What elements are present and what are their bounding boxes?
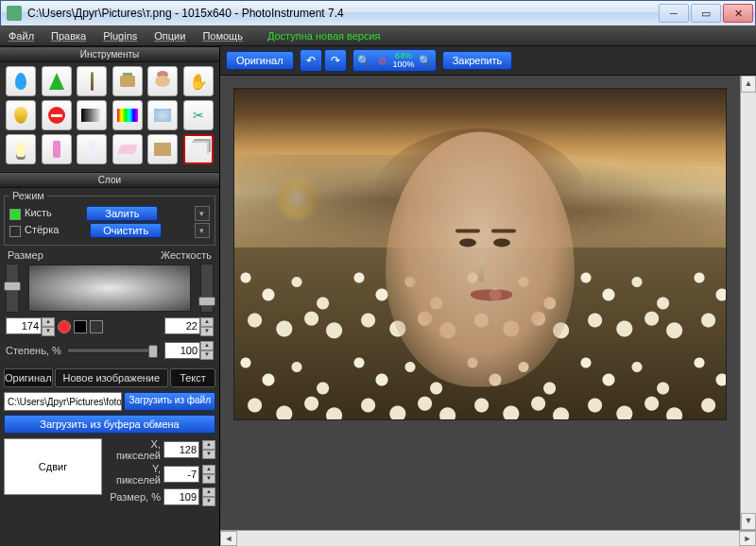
menu-help[interactable]: Помощь — [194, 30, 251, 42]
tool-cone[interactable] — [42, 66, 72, 96]
tool-shield[interactable] — [6, 100, 36, 130]
menu-options[interactable]: Опции — [146, 30, 194, 42]
tool-bottle[interactable] — [42, 134, 72, 164]
update-available-link[interactable]: Доступна новая версия — [259, 30, 389, 42]
tool-layers[interactable] — [183, 134, 214, 164]
mode-box: Режим Кисть Залить ▾ Стёрка Очистить ▾ — [4, 190, 215, 246]
tool-scissors[interactable]: ✂ — [183, 100, 214, 130]
y-spinner[interactable]: ▲▼ — [202, 465, 215, 484]
tool-cfl[interactable] — [77, 134, 107, 164]
hardness-spinner[interactable]: ▲▼ — [200, 317, 214, 336]
size-label: Размер — [8, 249, 43, 261]
reset-icon: ⊘ — [378, 55, 387, 67]
menu-file[interactable]: Файл — [0, 30, 43, 42]
clear-options-button[interactable]: ▾ — [195, 223, 210, 238]
size-spinner[interactable]: ▲▼ — [42, 317, 55, 336]
tab-text[interactable]: Текст — [170, 368, 215, 387]
x-spinner[interactable]: ▲▼ — [202, 440, 215, 459]
canvas-toolbar: Оригинал ↶ ↷ 🔍 ⊘ 64% 100% 🔍 Закрепить — [220, 46, 756, 76]
degree-value[interactable]: 100 — [164, 342, 200, 359]
window-titlebar: C:\Users\Друг\Pictures\т.png - 1015x640 … — [0, 0, 756, 26]
checkbox-icon — [9, 209, 21, 220]
brush-preview — [28, 264, 191, 312]
vertical-scrollbar[interactable]: ▲▼ — [740, 76, 756, 530]
tool-blur[interactable] — [147, 100, 178, 130]
undo-button[interactable]: ↶ — [300, 49, 322, 72]
fg-swatch[interactable] — [58, 320, 71, 333]
undo-icon: ↶ — [306, 54, 316, 67]
load-file-button[interactable]: Загрузить из файл — [124, 392, 215, 411]
close-button[interactable]: ✕ — [723, 4, 753, 23]
right-panel: Оригинал ↶ ↷ 🔍 ⊘ 64% 100% 🔍 Закрепить — [220, 46, 756, 546]
bg-swatch[interactable] — [74, 320, 87, 333]
zoom-in-button[interactable]: 🔍 — [417, 52, 434, 69]
zoom-out-button[interactable]: 🔍 — [355, 52, 372, 69]
zoom-out-icon: 🔍 — [357, 55, 370, 67]
size-slider[interactable] — [6, 264, 19, 313]
shift-button[interactable]: Сдвиг — [4, 438, 102, 495]
menu-bar: Файл Правка Plugins Опции Помощь Доступн… — [0, 26, 756, 46]
x-value[interactable]: 128 — [163, 441, 199, 458]
scissors-icon: ✂ — [193, 108, 204, 123]
zoom-readout: 64% 100% — [393, 52, 415, 69]
app-icon — [7, 6, 22, 21]
load-clipboard-button[interactable]: Загрузить из буфера обмена — [4, 415, 215, 434]
redo-button[interactable]: ↷ — [324, 49, 347, 72]
hand-icon: ✋ — [189, 73, 208, 91]
layers-panel-header: Слои — [0, 172, 219, 188]
pin-button[interactable]: Закрепить — [442, 51, 513, 70]
tool-package[interactable] — [147, 134, 178, 164]
tool-gradient-bw[interactable] — [77, 100, 107, 130]
hardness-slider[interactable] — [200, 264, 214, 313]
tool-bulb[interactable] — [6, 134, 36, 164]
size-pct-spinner[interactable]: ▲▼ — [202, 487, 215, 506]
tab-original[interactable]: Оригинал — [4, 368, 53, 387]
degree-label: Степень, % — [6, 345, 61, 356]
canvas-image — [234, 89, 726, 419]
tool-smudge[interactable] — [147, 66, 178, 96]
y-value[interactable]: -7 — [163, 466, 199, 483]
checkbox-icon — [9, 226, 21, 237]
tool-hand[interactable]: ✋ — [183, 66, 214, 96]
tool-gradient-rainbow[interactable] — [112, 100, 143, 130]
redo-icon: ↷ — [331, 54, 340, 67]
file-path-combo[interactable]: C:\Users\Друг\Pictures\foto na ▼ — [4, 392, 122, 411]
horizontal-scrollbar[interactable]: ◄► — [220, 530, 756, 546]
maximize-button[interactable]: ▭ — [691, 4, 721, 23]
window-title: C:\Users\Друг\Pictures\т.png - 1015x640 … — [27, 7, 344, 20]
menu-edit[interactable]: Правка — [43, 30, 94, 42]
left-panel: Инструменты ✋ ✂ — [0, 46, 220, 546]
swap-swatch-button[interactable] — [90, 320, 103, 333]
degree-spinner[interactable]: ▲▼ — [200, 341, 214, 360]
tool-eraser[interactable] — [112, 134, 143, 164]
canvas-viewport[interactable] — [220, 76, 740, 530]
fill-button[interactable]: Залить — [86, 206, 158, 221]
x-label: X, пикселей — [106, 438, 161, 461]
zoom-control: 🔍 ⊘ 64% 100% 🔍 — [352, 49, 437, 72]
hardness-value[interactable]: 22 — [164, 317, 200, 334]
tool-drop[interactable] — [6, 66, 36, 96]
mode-brush-option[interactable]: Кисть — [9, 207, 52, 219]
tool-stamp[interactable] — [112, 66, 143, 96]
menu-plugins[interactable]: Plugins — [94, 30, 146, 42]
tools-grid: ✋ ✂ — [0, 62, 219, 172]
minimize-button[interactable]: ─ — [659, 4, 689, 23]
tool-brush[interactable] — [77, 66, 107, 96]
size-value[interactable]: 174 — [6, 317, 42, 334]
size-pct-value[interactable]: 109 — [163, 488, 199, 505]
degree-slider[interactable] — [67, 348, 159, 353]
hardness-label: Жесткость — [161, 249, 212, 261]
mode-legend: Режим — [9, 190, 47, 201]
zoom-reset-button[interactable]: ⊘ — [374, 52, 391, 69]
fill-options-button[interactable]: ▾ — [195, 206, 210, 221]
tab-newimage[interactable]: Новое изображение — [55, 368, 168, 387]
mode-eraser-option[interactable]: Стёрка — [9, 224, 59, 236]
tools-panel-header: Инструменты — [0, 46, 219, 62]
zoom-in-icon: 🔍 — [419, 55, 432, 67]
size-pct-label: Размер, % — [106, 491, 161, 503]
original-button[interactable]: Оригинал — [226, 51, 294, 70]
clear-button[interactable]: Очистить — [90, 223, 162, 238]
y-label: Y, пикселей — [106, 463, 161, 486]
tool-noentry[interactable] — [42, 100, 72, 130]
